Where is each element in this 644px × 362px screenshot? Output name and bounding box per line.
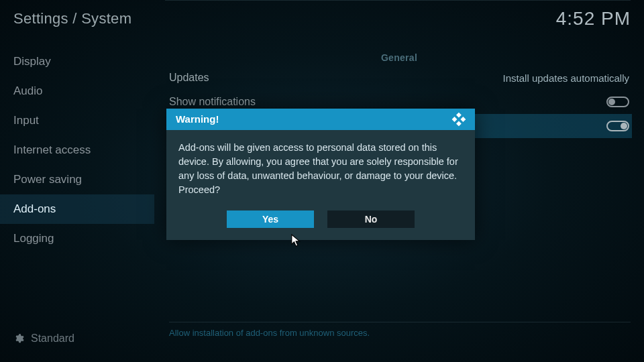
kodi-icon	[451, 112, 466, 127]
svg-rect-2	[460, 117, 466, 122]
svg-rect-0	[456, 113, 462, 118]
yes-button[interactable]: Yes	[227, 210, 314, 228]
svg-rect-1	[452, 117, 458, 122]
no-button[interactable]: No	[327, 210, 415, 228]
dialog-title: Warning!	[176, 113, 219, 125]
svg-rect-3	[456, 121, 462, 126]
warning-dialog: Warning! Add-ons will be given access to…	[166, 109, 475, 240]
dialog-body: Add-ons will be given access to personal…	[166, 130, 475, 201]
dialog-overlay: Warning! Add-ons will be given access to…	[0, 0, 644, 362]
